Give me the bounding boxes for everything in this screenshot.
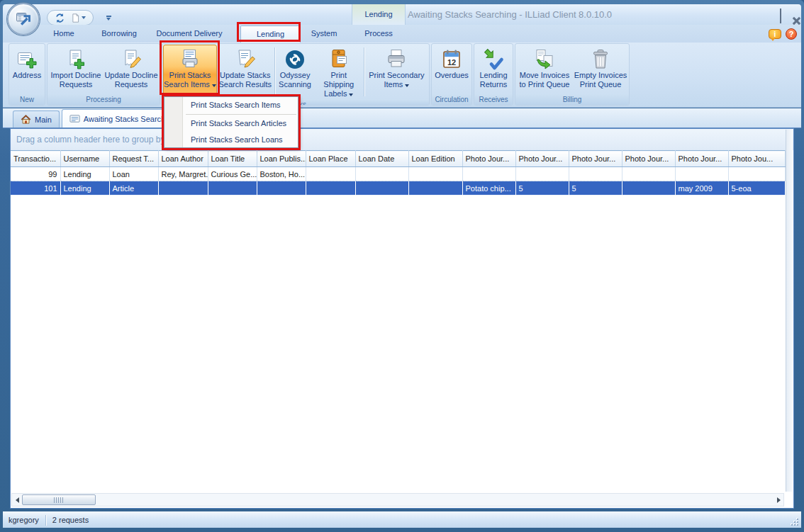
print-shipping-labels-button[interactable]: Print Shipping Labels xyxy=(315,45,363,99)
tab-home[interactable]: Home xyxy=(40,25,88,43)
status-username: kgregory xyxy=(9,516,39,524)
application-menu-button[interactable] xyxy=(7,3,40,35)
title-bar: Lending Awaiting Stacks Searching - ILLi… xyxy=(3,4,801,25)
dropdown-caret-icon xyxy=(212,84,216,87)
chevron-down-icon xyxy=(82,16,86,19)
odyssey-scanning-button[interactable]: Odyssey Scanning xyxy=(276,45,315,99)
address-button[interactable]: Address xyxy=(10,45,44,94)
receipt-edit-icon xyxy=(120,47,143,71)
group-label-new: New xyxy=(9,94,45,105)
maximize-icon xyxy=(780,9,781,23)
envelope-label-icon xyxy=(328,47,350,71)
menu-item-print-stacks-search-articles[interactable]: Print Stacks Search Articles xyxy=(164,115,298,132)
column-header[interactable]: Loan Title xyxy=(208,151,257,167)
maximize-button[interactable] xyxy=(780,11,781,23)
ribbon-group-processing: Import Docline Requests Update Docline R… xyxy=(47,43,160,106)
scrollbar-thumb[interactable] xyxy=(22,494,96,505)
table-row[interactable]: 99 Lending Loan Rey, Margret. Curious Ge… xyxy=(11,167,786,181)
new-document-icon xyxy=(71,13,80,23)
ribbon-group-billing: Move Invoices to Print Queue Empty Invoi… xyxy=(515,43,630,106)
column-header[interactable]: Username xyxy=(60,151,109,167)
ribbon-group-new: Address New xyxy=(9,43,45,106)
move-invoices-button[interactable]: Move Invoices to Print Queue xyxy=(516,45,573,94)
calendar-icon: 12 xyxy=(440,47,463,71)
doc-tab-main[interactable]: Main xyxy=(13,111,60,128)
print-stacks-dropdown-menu: Print Stacks Search Items Print Stacks S… xyxy=(164,96,298,148)
list-icon xyxy=(69,113,80,124)
return-arrow-check-icon xyxy=(482,47,505,71)
app-logo-icon xyxy=(13,9,34,30)
column-header[interactable]: Loan Publis... xyxy=(257,151,306,167)
tab-borrowing[interactable]: Borrowing xyxy=(91,25,147,43)
overdues-button[interactable]: 12 Overdues xyxy=(432,45,471,94)
help-icon[interactable]: ? xyxy=(786,28,797,40)
vertical-scrollbar[interactable] xyxy=(786,130,793,492)
column-header[interactable]: Photo Jour... xyxy=(515,151,569,167)
lending-returns-button[interactable]: Lending Returns xyxy=(475,45,512,94)
empty-invoices-button[interactable]: Empty Invoices Print Queue xyxy=(573,45,628,94)
status-request-count: 2 requests xyxy=(52,516,89,524)
ribbon-help-area: i ? xyxy=(769,28,797,40)
update-stacks-search-results-button[interactable]: Update Stacks Search Results xyxy=(217,45,274,99)
document-edit-icon xyxy=(234,47,257,71)
ribbon-group-circulation: 12 Overdues Circulation xyxy=(431,43,472,106)
group-label-billing: Billing xyxy=(515,94,629,105)
table-row-selected[interactable]: 101 Lending Article Potato chip... 5 5 m… xyxy=(11,181,786,196)
table-header-row: Transactio... Username Request T... Loan… xyxy=(11,151,786,167)
address-add-icon xyxy=(16,47,38,71)
horizontal-scrollbar[interactable] xyxy=(11,493,784,506)
column-header[interactable]: Photo Jour... xyxy=(569,151,622,167)
customize-toolbar-button[interactable] xyxy=(104,13,113,23)
home-icon xyxy=(21,114,31,125)
window-controls xyxy=(769,11,793,23)
import-docline-requests-button[interactable]: Import Docline Requests xyxy=(48,45,104,94)
group-by-hint: Drag a column header here to group by th… xyxy=(11,129,793,150)
group-label-processing: Processing xyxy=(48,94,160,105)
column-header[interactable]: Transactio... xyxy=(11,151,60,167)
move-invoices-icon xyxy=(533,47,556,71)
trash-icon xyxy=(589,47,612,71)
update-docline-requests-button[interactable]: Update Docline Requests xyxy=(104,45,159,94)
refresh-button[interactable] xyxy=(53,11,67,24)
tab-document-delivery[interactable]: Document Delivery xyxy=(151,25,228,43)
column-header[interactable]: Photo Jour... xyxy=(675,151,728,167)
arrow-left-icon xyxy=(16,497,19,503)
column-header[interactable]: Photo Jour... xyxy=(462,151,515,167)
ribbon: Address New Import Docline Requests Upda… xyxy=(3,43,801,108)
ribbon-group-receives: Lending Returns Receives xyxy=(474,43,513,106)
svg-text:12: 12 xyxy=(447,58,456,67)
new-request-button[interactable] xyxy=(69,11,87,24)
column-header[interactable]: Photo Jou... xyxy=(728,151,786,167)
dropdown-caret-icon xyxy=(405,84,409,87)
status-bar: kgregory 2 requests xyxy=(3,511,801,528)
group-divider xyxy=(274,47,275,96)
column-header[interactable]: Loan Edition xyxy=(408,151,462,167)
scroll-left-button[interactable] xyxy=(12,494,22,506)
tab-system[interactable]: System xyxy=(304,25,344,43)
tab-lending[interactable]: Lending xyxy=(240,26,301,43)
group-divider xyxy=(364,47,364,96)
print-stacks-search-items-button[interactable]: Print Stacks Search Items xyxy=(163,45,217,99)
column-header[interactable]: Photo Jour... xyxy=(622,151,675,167)
receipt-add-icon xyxy=(65,47,87,71)
group-label-circulation: Circulation xyxy=(432,94,471,105)
resize-grip[interactable] xyxy=(790,517,798,526)
column-header[interactable]: Loan Place xyxy=(306,151,355,167)
contextual-tab-group-label: Lending xyxy=(352,4,406,25)
column-header[interactable]: Request T... xyxy=(109,151,158,167)
quick-access-toolbar xyxy=(47,10,94,26)
scroll-right-button[interactable] xyxy=(774,494,783,506)
menu-item-print-stacks-search-loans[interactable]: Print Stacks Search Loans xyxy=(164,132,298,148)
print-secondary-items-button[interactable]: Print Secondary Items xyxy=(365,45,428,99)
menu-item-print-stacks-search-items[interactable]: Print Stacks Search Items xyxy=(164,97,298,113)
column-header[interactable]: Loan Author xyxy=(158,151,208,167)
column-header[interactable]: Loan Date xyxy=(355,151,408,167)
feedback-icon[interactable]: i xyxy=(769,29,781,39)
requests-table: Transactio... Username Request T... Loan… xyxy=(11,150,786,196)
print-document-icon xyxy=(179,47,201,71)
tab-process[interactable]: Process xyxy=(354,25,403,43)
request-grid-panel: Drag a column header here to group by th… xyxy=(10,128,794,509)
window-title: Awaiting Stacks Searching - ILLiad Clien… xyxy=(408,4,612,25)
ribbon-tab-row: Home Borrowing Document Delivery Lending… xyxy=(3,25,801,43)
document-tab-strip: Main Awaiting Stacks Searching xyxy=(3,108,801,128)
